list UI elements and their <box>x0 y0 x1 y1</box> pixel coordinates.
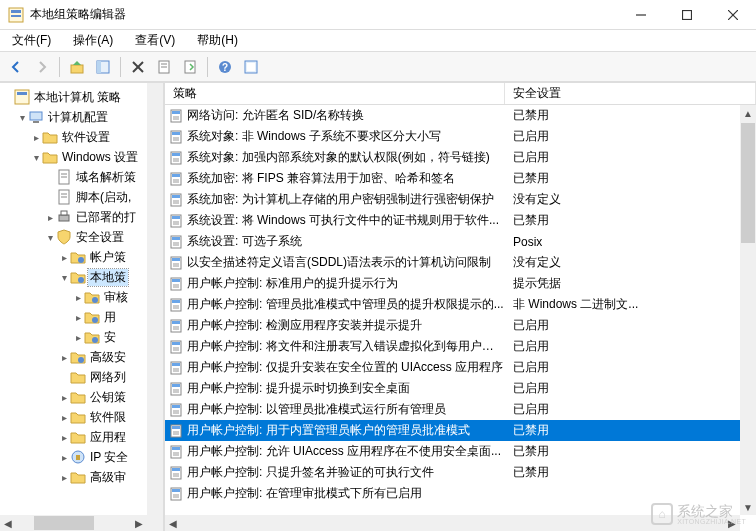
show-hide-tree-button[interactable] <box>91 55 115 79</box>
policy-row[interactable]: 用户帐户控制: 将文件和注册表写入错误虚拟化到每用户位置已启用 <box>165 336 756 357</box>
policy-item-icon <box>167 319 185 333</box>
expand-icon[interactable]: ▾ <box>44 232 56 243</box>
menu-view[interactable]: 查看(V) <box>129 30 181 51</box>
policy-row[interactable]: 用户帐户控制: 标准用户的提升提示行为提示凭据 <box>165 273 756 294</box>
policy-row[interactable]: 系统设置: 可选子系统Posix <box>165 231 756 252</box>
tree-hscroll[interactable]: ◀▶ <box>0 515 147 531</box>
policy-row[interactable]: 用户帐户控制: 以管理员批准模式运行所有管理员已启用 <box>165 399 756 420</box>
tree-label: 脚本(启动, <box>74 189 133 206</box>
expand-icon[interactable]: ▸ <box>58 432 70 443</box>
expand-icon[interactable]: ▸ <box>58 412 70 423</box>
policy-row[interactable]: 系统加密: 为计算机上存储的用户密钥强制进行强密钥保护没有定义 <box>165 189 756 210</box>
expand-icon[interactable]: ▸ <box>72 292 84 303</box>
advanced-audit[interactable]: ▸高级审 <box>0 467 163 487</box>
col-security[interactable]: 安全设置 <box>505 83 756 104</box>
software-restrict[interactable]: ▸软件限 <box>0 407 163 427</box>
security-options[interactable]: ▸安 <box>0 327 163 347</box>
software-settings[interactable]: ▸软件设置 <box>0 127 163 147</box>
expand-icon[interactable]: ▸ <box>44 212 56 223</box>
firewall-advanced[interactable]: ▸高级安 <box>0 347 163 367</box>
policy-item-icon <box>167 298 185 312</box>
back-button[interactable] <box>4 55 28 79</box>
audit-policy[interactable]: ▸审核 <box>0 287 163 307</box>
menubar: 文件(F) 操作(A) 查看(V) 帮助(H) <box>0 30 756 52</box>
ip-security[interactable]: ▸IP 安全 <box>0 447 163 467</box>
scripts[interactable]: 脚本(启动, <box>0 187 163 207</box>
policy-row[interactable]: 用户帐户控制: 允许 UIAccess 应用程序在不使用安全桌面...已禁用 <box>165 441 756 462</box>
up-button[interactable] <box>65 55 89 79</box>
menu-action[interactable]: 操作(A) <box>67 30 119 51</box>
tree-label: 域名解析策 <box>74 169 138 186</box>
expand-icon[interactable]: ▸ <box>72 312 84 323</box>
tree-vscroll[interactable] <box>147 83 163 531</box>
policy-setting: 已禁用 <box>505 107 756 124</box>
public-key[interactable]: ▸公钥策 <box>0 387 163 407</box>
folder-icon <box>70 389 86 405</box>
minimize-button[interactable] <box>618 0 664 30</box>
expand-icon[interactable]: ▸ <box>58 252 70 263</box>
policy-row[interactable]: 用户帐户控制: 用于内置管理员帐户的管理员批准模式已禁用 <box>165 420 756 441</box>
policy-row[interactable]: 以安全描述符定义语言(SDDL)语法表示的计算机访问限制没有定义 <box>165 252 756 273</box>
windows-settings[interactable]: ▾Windows 设置 <box>0 147 163 167</box>
name-resolution[interactable]: 域名解析策 <box>0 167 163 187</box>
network-list[interactable]: 网络列 <box>0 367 163 387</box>
policy-row[interactable]: 网络访问: 允许匿名 SID/名称转换已禁用 <box>165 105 756 126</box>
svg-rect-45 <box>172 132 180 135</box>
svg-rect-61 <box>172 216 180 219</box>
policy-row[interactable]: 系统对象: 非 Windows 子系统不要求区分大小写已启用 <box>165 126 756 147</box>
expand-icon[interactable]: ▾ <box>30 152 42 163</box>
svg-rect-69 <box>172 258 180 261</box>
help-button[interactable]: ? <box>213 55 237 79</box>
deployed-printers[interactable]: ▸已部署的打 <box>0 207 163 227</box>
expand-icon[interactable]: ▸ <box>58 392 70 403</box>
policy-row[interactable]: 用户帐户控制: 管理员批准模式中管理员的提升权限提示的...非 Windows … <box>165 294 756 315</box>
export-button[interactable] <box>178 55 202 79</box>
policy-item-icon <box>167 361 185 375</box>
refresh-button[interactable] <box>239 55 263 79</box>
account-policies[interactable]: ▸帐户策 <box>0 247 163 267</box>
policy-row[interactable]: 用户帐户控制: 提升提示时切换到安全桌面已启用 <box>165 378 756 399</box>
folder-icon <box>70 409 86 425</box>
svg-rect-2 <box>11 15 21 17</box>
policy-row[interactable]: 系统设置: 将 Windows 可执行文件中的证书规则用于软件...已禁用 <box>165 210 756 231</box>
policy-row[interactable]: 用户帐户控制: 在管理审批模式下所有已启用 <box>165 483 756 504</box>
svg-point-36 <box>92 337 98 343</box>
security-settings[interactable]: ▾安全设置 <box>0 227 163 247</box>
policy-name: 用户帐户控制: 允许 UIAccess 应用程序在不使用安全桌面... <box>185 443 505 460</box>
user-rights[interactable]: ▸用 <box>0 307 163 327</box>
policy-name: 用户帐户控制: 标准用户的提升提示行为 <box>185 275 505 292</box>
policy-row[interactable]: 用户帐户控制: 仅提升安装在安全位置的 UIAccess 应用程序已启用 <box>165 357 756 378</box>
policy-row[interactable]: 系统加密: 将 FIPS 兼容算法用于加密、哈希和签名已禁用 <box>165 168 756 189</box>
close-button[interactable] <box>710 0 756 30</box>
svg-rect-89 <box>172 363 180 366</box>
expand-icon[interactable]: ▸ <box>58 472 70 483</box>
policy-row[interactable]: 用户帐户控制: 检测应用程序安装并提示提升已启用 <box>165 315 756 336</box>
local-policies[interactable]: ▾本地策 <box>0 267 163 287</box>
expand-icon[interactable]: ▸ <box>58 352 70 363</box>
properties-button[interactable] <box>152 55 176 79</box>
forward-button[interactable] <box>30 55 54 79</box>
menu-file[interactable]: 文件(F) <box>6 30 57 51</box>
policy-item-icon <box>167 403 185 417</box>
expand-icon[interactable]: ▸ <box>30 132 42 143</box>
menu-help[interactable]: 帮助(H) <box>191 30 244 51</box>
delete-button[interactable] <box>126 55 150 79</box>
expand-icon[interactable]: ▸ <box>72 332 84 343</box>
policy-setting: 已启用 <box>505 338 756 355</box>
svg-rect-97 <box>172 405 180 408</box>
root-local-policy[interactable]: 本地计算机 策略 <box>0 87 163 107</box>
folder2-icon <box>70 269 86 285</box>
tree-label: 软件设置 <box>60 129 112 146</box>
col-policy[interactable]: 策略 <box>165 83 505 104</box>
maximize-button[interactable] <box>664 0 710 30</box>
list-vscroll[interactable]: ▲▼ <box>740 105 756 515</box>
policy-row[interactable]: 系统对象: 加强内部系统对象的默认权限(例如，符号链接)已启用 <box>165 147 756 168</box>
app-control[interactable]: ▸应用程 <box>0 427 163 447</box>
list-hscroll[interactable]: ◀▶ <box>165 515 740 531</box>
policy-row[interactable]: 用户帐户控制: 只提升签名并验证的可执行文件已禁用 <box>165 462 756 483</box>
expand-icon[interactable]: ▾ <box>58 272 70 283</box>
expand-icon[interactable]: ▾ <box>16 112 28 123</box>
app-icon <box>8 7 24 23</box>
expand-icon[interactable]: ▸ <box>58 452 70 463</box>
computer-config[interactable]: ▾计算机配置 <box>0 107 163 127</box>
